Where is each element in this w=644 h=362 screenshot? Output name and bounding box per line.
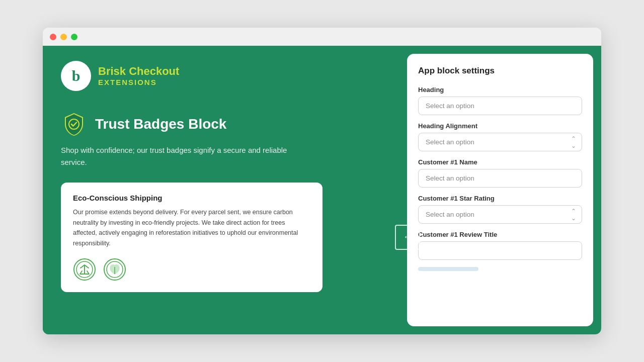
block-header: Trust Badges Block [61, 111, 389, 137]
logo-area: b Brisk Checkout EXTENSIONS [61, 61, 389, 91]
browser-window: b Brisk Checkout EXTENSIONS Trust Badges… [43, 28, 601, 334]
left-panel: b Brisk Checkout EXTENSIONS Trust Badges… [43, 46, 407, 334]
badge-leaf-icon [103, 258, 126, 281]
browser-titlebar [43, 28, 601, 46]
block-description: Shop with confidence; our trust badges s… [61, 144, 302, 168]
customer1-name-select[interactable]: Select an option [418, 169, 582, 188]
heading-alignment-select-wrapper: Select an option ⌃⌄ [418, 133, 582, 151]
scroll-indicator [418, 267, 478, 271]
field-customer1-star-rating-label: Customer #1 Star Rating [418, 195, 582, 202]
heading-select-wrapper: Select an option [418, 97, 582, 115]
logo-icon: b [61, 61, 91, 91]
field-customer1-name: Customer #1 Name Select an option [418, 158, 582, 188]
settings-panel-title: App block settings [418, 66, 582, 76]
card-text: Our promise extends beyond delivery. For… [73, 207, 310, 249]
badge-row [73, 258, 310, 281]
field-customer1-name-label: Customer #1 Name [418, 158, 582, 166]
logo-brand-bottom: EXTENSIONS [98, 78, 179, 86]
arrow-connector: ← [395, 225, 420, 250]
shield-icon [61, 111, 87, 137]
heading-alignment-select[interactable]: Select an option [418, 133, 582, 151]
badge-eco-icon [73, 258, 96, 281]
customer1-review-title-input[interactable] [418, 241, 582, 260]
logo-brand-top: Brisk Checkout [98, 65, 179, 77]
field-heading: Heading Select an option [418, 86, 582, 115]
traffic-light-minimize[interactable] [60, 34, 67, 40]
traffic-light-maximize[interactable] [71, 34, 77, 40]
field-heading-alignment-label: Heading Alignment [418, 122, 582, 130]
settings-panel: App block settings Heading Select an opt… [407, 54, 593, 326]
field-customer1-review-title-label: Customer #1 Review Title [418, 231, 582, 238]
field-heading-label: Heading [418, 86, 582, 94]
traffic-light-close[interactable] [50, 34, 56, 40]
customer1-name-select-wrapper: Select an option [418, 169, 582, 188]
customer1-star-rating-select[interactable]: Select an option [418, 205, 582, 224]
field-customer1-star-rating: Customer #1 Star Rating Select an option… [418, 195, 582, 224]
field-customer1-review-title: Customer #1 Review Title [418, 231, 582, 260]
preview-card: Eco-Conscious Shipping Our promise exten… [61, 183, 323, 292]
heading-select[interactable]: Select an option [418, 97, 582, 115]
card-title: Eco-Conscious Shipping [73, 194, 310, 202]
field-heading-alignment: Heading Alignment Select an option ⌃⌄ [418, 122, 582, 151]
browser-body: b Brisk Checkout EXTENSIONS Trust Badges… [43, 46, 601, 334]
logo-text: Brisk Checkout EXTENSIONS [98, 65, 179, 86]
block-title: Trust Badges Block [95, 116, 226, 132]
customer1-star-rating-select-wrapper: Select an option ⌃⌄ [418, 205, 582, 224]
